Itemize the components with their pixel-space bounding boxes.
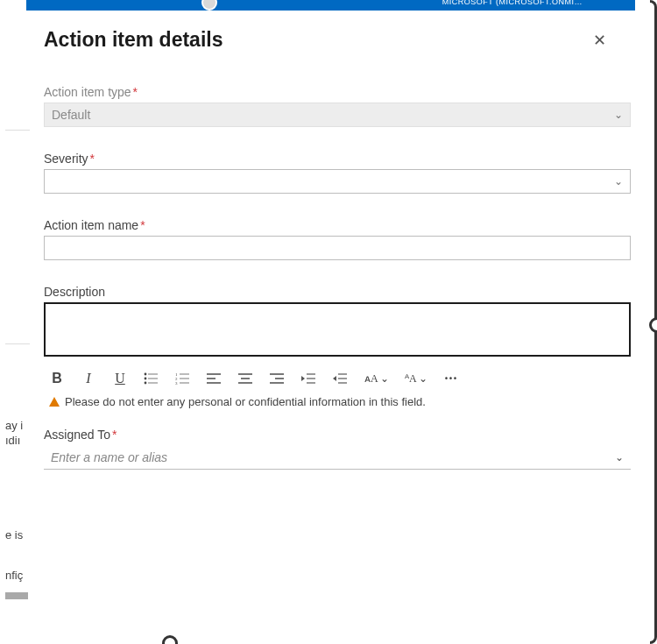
svg-text:3: 3 — [175, 381, 178, 385]
banner-handle-icon — [201, 0, 217, 11]
font-color-button[interactable]: ᴬA ⌄ — [405, 372, 427, 386]
svg-rect-14 — [207, 382, 221, 384]
svg-rect-27 — [338, 378, 347, 379]
top-banner: MICROSOFT (MICROSOFT.ONMI… — [26, 0, 635, 11]
svg-point-4 — [145, 382, 147, 385]
assigned-to-combobox[interactable]: ⌄ — [44, 445, 631, 470]
bg-text-fragment: e is — [5, 528, 23, 541]
panel-header: Action item details ✕ — [44, 28, 631, 52]
svg-point-2 — [145, 378, 147, 380]
action-item-details-panel: Action item details ✕ Action item type* … — [35, 12, 631, 631]
svg-rect-22 — [307, 373, 315, 375]
svg-rect-24 — [307, 382, 315, 384]
required-star-icon: * — [140, 218, 145, 232]
svg-rect-26 — [338, 373, 347, 375]
description-textarea[interactable] — [44, 302, 631, 357]
warning-text: Please do not enter any personal or conf… — [65, 395, 426, 408]
svg-rect-16 — [241, 378, 250, 379]
rich-text-toolbar: B I U 123 ᴀA ⌄ ᴬ — [44, 360, 631, 392]
field-description: Description B I U 123 — [44, 285, 631, 408]
align-center-button[interactable] — [238, 372, 254, 385]
warning-icon — [49, 397, 60, 407]
field-severity: Severity* ⌄ — [44, 152, 631, 194]
svg-rect-3 — [148, 378, 158, 379]
divider — [5, 130, 30, 131]
chevron-down-icon: ⌄ — [614, 103, 623, 126]
required-star-icon: * — [90, 152, 95, 166]
action-item-name-label: Action item name* — [44, 218, 631, 232]
svg-rect-19 — [275, 378, 284, 379]
bg-text-fragment: ay i — [5, 419, 23, 432]
more-options-button[interactable]: ··· — [443, 371, 459, 386]
required-star-icon: * — [133, 85, 138, 99]
svg-rect-12 — [207, 373, 221, 375]
underline-button[interactable]: U — [112, 371, 128, 386]
svg-rect-20 — [270, 382, 284, 384]
description-label: Description — [44, 285, 631, 299]
close-icon[interactable]: ✕ — [593, 31, 606, 50]
align-right-button[interactable] — [270, 372, 286, 385]
svg-marker-21 — [301, 376, 305, 381]
severity-label: Severity* — [44, 152, 631, 166]
chevron-down-icon: ⌄ — [614, 170, 623, 193]
svg-rect-17 — [238, 382, 252, 384]
tenant-label: MICROSOFT (MICROSOFT.ONMI… — [442, 0, 583, 6]
svg-rect-1 — [148, 373, 158, 375]
action-item-name-input[interactable] — [44, 236, 631, 260]
field-action-item-type: Action item type* Default ⌄ — [44, 85, 631, 127]
numbered-list-button[interactable]: 123 — [175, 372, 191, 385]
severity-select[interactable]: ⌄ — [44, 169, 631, 194]
svg-rect-15 — [238, 373, 252, 375]
svg-rect-5 — [148, 382, 158, 384]
svg-rect-11 — [180, 382, 189, 384]
bg-bar — [5, 592, 28, 599]
svg-rect-7 — [180, 373, 189, 375]
indent-button[interactable] — [333, 372, 349, 385]
svg-rect-23 — [307, 378, 315, 379]
assigned-to-label: Assigned To* — [44, 428, 631, 442]
bold-button[interactable]: B — [49, 371, 65, 386]
bg-text-fragment: ıdiı — [5, 434, 20, 447]
bottom-handle-icon — [162, 635, 178, 644]
bullet-list-button[interactable] — [144, 372, 159, 385]
svg-rect-28 — [338, 382, 347, 384]
align-left-button[interactable] — [207, 372, 223, 385]
assigned-to-input[interactable] — [44, 445, 631, 470]
svg-point-0 — [145, 373, 147, 376]
italic-button[interactable]: I — [81, 371, 96, 386]
field-assigned-to: Assigned To* ⌄ — [44, 428, 631, 470]
bg-text-fragment: nfiç — [5, 569, 23, 582]
field-action-item-name: Action item name* — [44, 218, 631, 260]
svg-marker-25 — [333, 376, 336, 381]
divider — [5, 343, 30, 344]
action-item-type-select[interactable]: Default ⌄ — [44, 103, 631, 127]
action-item-type-value: Default — [52, 108, 90, 122]
font-size-increase-button[interactable]: ᴀA ⌄ — [364, 372, 389, 386]
chevron-down-icon: ⌄ — [615, 451, 624, 464]
svg-rect-9 — [180, 378, 189, 379]
outdent-button[interactable] — [301, 372, 317, 385]
required-star-icon: * — [112, 428, 117, 442]
svg-rect-13 — [207, 378, 215, 379]
warning-message: Please do not enter any personal or conf… — [44, 392, 631, 408]
panel-title: Action item details — [44, 28, 223, 52]
action-item-type-label: Action item type* — [44, 85, 631, 99]
svg-rect-18 — [270, 373, 284, 375]
